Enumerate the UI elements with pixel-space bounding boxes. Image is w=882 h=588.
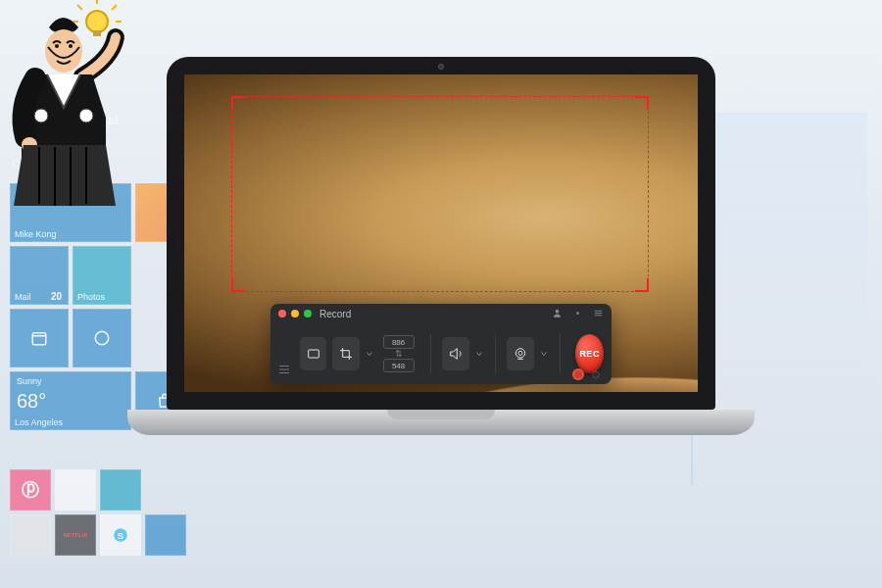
user-icon[interactable] (552, 308, 563, 320)
capture-height-field[interactable]: 548 (383, 359, 415, 372)
capture-handle-bottom-left[interactable] (231, 278, 245, 292)
webcam-dot (438, 64, 444, 70)
svg-point-16 (34, 109, 48, 122)
dimension-readout: 886 ⇅ 548 (383, 335, 415, 372)
capture-handle-top-left[interactable] (231, 96, 245, 110)
svg-text:S: S (118, 530, 124, 541)
audio-button[interactable] (442, 337, 468, 370)
separator (430, 334, 431, 373)
recorder-mini-controls (572, 368, 602, 380)
capture-region-rectangle[interactable] (231, 96, 649, 292)
mascot-illustration (6, 0, 168, 211)
tile-calendar (10, 309, 69, 368)
crop-region-button[interactable] (332, 337, 359, 370)
svg-rect-0 (32, 333, 46, 345)
link-dimensions-icon[interactable]: ⇅ (383, 351, 415, 357)
tile-netflix: NETFLIX (55, 514, 96, 556)
recorder-titlebar-actions (552, 308, 604, 320)
stop-indicator-icon[interactable] (572, 368, 584, 380)
more-icon[interactable] (593, 308, 604, 320)
svg-rect-21 (308, 350, 318, 358)
tile-app-teal (100, 469, 141, 511)
timer-icon[interactable] (590, 368, 602, 380)
crop-dropdown[interactable] (366, 350, 373, 358)
svg-point-17 (79, 109, 93, 122)
window-traffic-lights[interactable] (278, 310, 312, 318)
laptop-screen: Record (184, 74, 698, 392)
recorder-window[interactable]: Record (270, 304, 612, 384)
tile-app-pink: ⓟ (10, 469, 51, 511)
options-icon[interactable] (278, 361, 290, 378)
svg-point-1 (95, 331, 109, 345)
audio-dropdown[interactable] (475, 350, 483, 358)
tile-mail: Mail 20 (10, 246, 69, 305)
separator (495, 334, 496, 373)
svg-point-24 (593, 371, 600, 378)
laptop-base (127, 410, 755, 435)
capture-handle-bottom-right[interactable] (635, 278, 649, 292)
recorder-titlebar[interactable]: Record (270, 304, 612, 323)
record-label: REC (579, 349, 600, 359)
capture-width-field[interactable]: 886 (383, 335, 415, 349)
svg-point-20 (576, 312, 579, 315)
fullscreen-button[interactable] (300, 337, 326, 370)
tile-weather: Sunny 68° Los Angeles (10, 371, 131, 430)
tile-skype: S (100, 514, 141, 556)
tile-app-grey (10, 514, 51, 556)
recorder-toolbar: 886 ⇅ 548 R (270, 323, 612, 384)
laptop-bezel: Record (167, 57, 715, 410)
tile-edge (73, 309, 131, 368)
capture-handle-top-right[interactable] (635, 96, 649, 110)
svg-point-19 (556, 310, 560, 314)
tile-photos: Photos (73, 246, 131, 305)
svg-rect-11 (60, 22, 70, 29)
svg-point-23 (518, 351, 522, 355)
webcam-dropdown[interactable] (540, 350, 548, 358)
laptop-mockup: Record (167, 57, 715, 488)
svg-point-14 (69, 44, 73, 48)
minimize-icon[interactable] (291, 310, 299, 318)
svg-rect-5 (93, 30, 101, 36)
svg-point-13 (55, 44, 59, 48)
gear-icon[interactable] (572, 308, 583, 320)
svg-line-7 (112, 5, 117, 10)
webcam-button[interactable] (507, 337, 533, 370)
recorder-title: Record (319, 309, 351, 319)
tile-app-white (55, 469, 96, 511)
close-icon[interactable] (278, 310, 286, 318)
record-button[interactable]: REC (575, 334, 604, 373)
separator (560, 334, 561, 373)
tile-blue (145, 514, 186, 556)
svg-point-4 (86, 11, 108, 32)
svg-line-8 (77, 5, 82, 10)
zoom-icon[interactable] (304, 310, 312, 318)
